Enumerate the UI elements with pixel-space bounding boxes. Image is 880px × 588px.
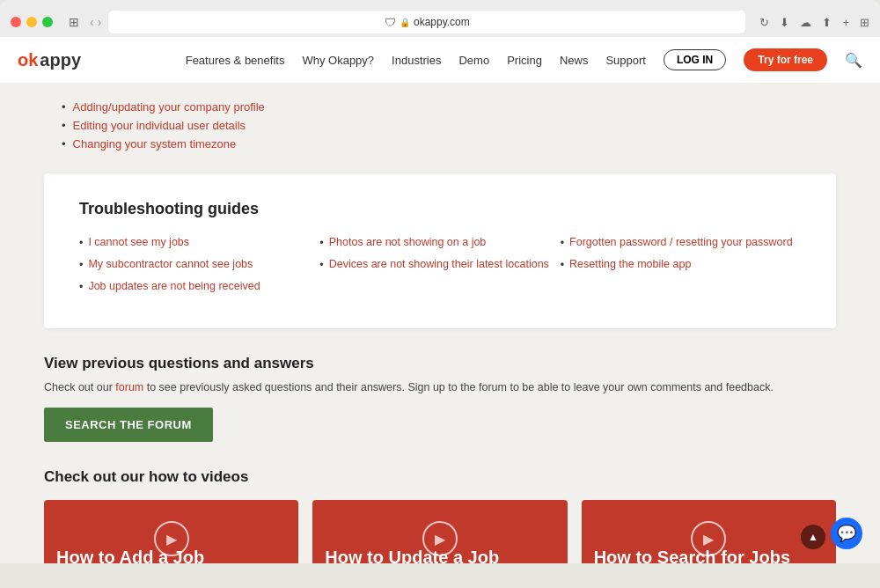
- traffic-lights: [11, 17, 53, 27]
- close-button[interactable]: [11, 17, 21, 27]
- trouble-col-3: Forgotten password / resetting your pass…: [561, 236, 801, 302]
- nav-news[interactable]: News: [560, 54, 589, 67]
- videos-title: Check out our how to videos: [44, 468, 836, 486]
- link-cannot-see-jobs[interactable]: I cannot see my jobs: [88, 236, 189, 248]
- link-timezone[interactable]: Changing your system timezone: [73, 137, 237, 151]
- try-button[interactable]: Try for free: [744, 48, 827, 71]
- video-card-title-3: How to Search for Jobs: [582, 538, 836, 563]
- videos-section: Check out our how to videos ▶ How to Add…: [44, 468, 836, 563]
- link-job-updates[interactable]: Job updates are not being received: [88, 280, 260, 292]
- logo-appy: appy: [40, 50, 81, 70]
- nav-industries[interactable]: Industries: [392, 54, 441, 67]
- link-subcontractor[interactable]: My subcontractor cannot see jobs: [88, 258, 253, 270]
- refresh-icon[interactable]: ↻: [759, 16, 769, 29]
- nav-why[interactable]: Why Okappy?: [302, 54, 374, 67]
- url-text: okappy.com: [414, 16, 470, 28]
- link-photos[interactable]: Photos are not showing on a job: [329, 236, 487, 248]
- troubleshooting-columns: I cannot see my jobs My subcontractor ca…: [79, 236, 801, 302]
- link-company-profile[interactable]: Adding/updating your company profile: [73, 100, 265, 114]
- minimize-button[interactable]: [26, 17, 37, 27]
- link-forgotten-password[interactable]: Forgotten password / resetting your pass…: [569, 236, 793, 248]
- lock-icon: 🔒: [400, 18, 410, 27]
- top-links-list: Adding/updating your company profile Edi…: [44, 100, 836, 165]
- cloud-icon[interactable]: ☁: [800, 16, 811, 29]
- link-user-details[interactable]: Editing your individual user details: [73, 119, 246, 132]
- video-grid: ▶ How to Add a Job ▶ How to Update a Job…: [44, 500, 836, 563]
- chat-bubble[interactable]: 💬: [831, 518, 862, 549]
- address-bar-icons: ↻ ⬇ ☁ ⬆ + ⊞: [759, 16, 869, 29]
- browser-controls: ⊞: [65, 13, 83, 31]
- trouble-col-2: Photos are not showing on a job Devices …: [319, 236, 560, 302]
- forum-description: Check out our forum to see previously as…: [44, 381, 836, 393]
- forum-section: View previous questions and answers Chec…: [44, 355, 836, 442]
- address-bar-row: 🛡 🔒 okappy.com ↻ ⬇ ☁ ⬆ + ⊞: [108, 11, 869, 33]
- forum-desc-pre: Check out our: [44, 381, 115, 393]
- troubleshooting-title: Troubleshooting guides: [79, 200, 801, 218]
- nav-support[interactable]: Support: [605, 54, 646, 67]
- list-item: Job updates are not being received: [79, 280, 319, 293]
- nav-demo[interactable]: Demo: [458, 54, 489, 67]
- list-item: Changing your system timezone: [62, 137, 836, 151]
- address-bar[interactable]: 🛡 🔒 okappy.com: [108, 11, 745, 33]
- trouble-list-2: Photos are not showing on a job Devices …: [319, 236, 560, 271]
- share-icon[interactable]: ⬆: [822, 16, 832, 29]
- forum-link[interactable]: forum: [115, 381, 143, 393]
- list-item: Adding/updating your company profile: [62, 100, 836, 114]
- maximize-button[interactable]: [42, 17, 53, 27]
- titlebar: ⊞ ‹ › 🛡 🔒 okappy.com ↻ ⬇ ☁ ⬆ + ⊞: [11, 7, 869, 37]
- list-item: My subcontractor cannot see jobs: [79, 258, 319, 271]
- logo-ok: ok: [18, 50, 38, 70]
- page-wrapper: okappy Features & benefits Why Okappy? I…: [0, 37, 880, 563]
- nav-pricing[interactable]: Pricing: [507, 54, 542, 67]
- nav-links: Features & benefits Why Okappy? Industri…: [186, 48, 862, 71]
- troubleshooting-card: Troubleshooting guides I cannot see my j…: [44, 173, 836, 328]
- list-item: Forgotten password / resetting your pass…: [561, 236, 801, 249]
- main-content: Adding/updating your company profile Edi…: [0, 83, 880, 563]
- search-forum-button[interactable]: SEARCH THE FORUM: [44, 408, 213, 442]
- nav-features[interactable]: Features & benefits: [186, 54, 285, 67]
- browser-nav: ‹ ›: [90, 15, 101, 29]
- trouble-list-3: Forgotten password / resetting your pass…: [561, 236, 801, 271]
- list-item: Editing your individual user details: [62, 119, 836, 132]
- video-card-title-2: How to Update a Job: [312, 538, 567, 563]
- video-card-add-job[interactable]: ▶ How to Add a Job: [44, 500, 298, 563]
- login-button[interactable]: LOG IN: [664, 49, 726, 70]
- forward-button[interactable]: ›: [98, 15, 102, 29]
- shield-icon: 🛡: [385, 16, 396, 29]
- video-card-title-1: How to Add a Job: [44, 538, 298, 563]
- grid-icon[interactable]: ⊞: [860, 16, 869, 29]
- plus-icon[interactable]: +: [842, 16, 849, 29]
- navbar: okappy Features & benefits Why Okappy? I…: [0, 37, 880, 83]
- forum-title: View previous questions and answers: [44, 355, 836, 372]
- link-devices[interactable]: Devices are not showing their latest loc…: [329, 258, 549, 270]
- forum-desc-post: to see previously asked questions and th…: [143, 381, 774, 393]
- browser-chrome: ⊞ ‹ › 🛡 🔒 okappy.com ↻ ⬇ ☁ ⬆ + ⊞: [0, 0, 880, 37]
- trouble-col-1: I cannot see my jobs My subcontractor ca…: [79, 236, 319, 302]
- sidebar-toggle[interactable]: ⊞: [65, 13, 83, 31]
- logo[interactable]: okappy: [18, 50, 81, 70]
- list-item: Resetting the mobile app: [561, 258, 801, 271]
- list-item: Photos are not showing on a job: [319, 236, 560, 249]
- download-icon[interactable]: ⬇: [780, 16, 789, 29]
- back-button[interactable]: ‹: [90, 15, 94, 29]
- list-item: I cannot see my jobs: [79, 236, 319, 249]
- nav-search-icon[interactable]: 🔍: [845, 52, 862, 69]
- link-reset-mobile[interactable]: Resetting the mobile app: [569, 258, 691, 270]
- trouble-list-1: I cannot see my jobs My subcontractor ca…: [79, 236, 319, 293]
- list-item: Devices are not showing their latest loc…: [319, 258, 560, 271]
- scroll-up-button[interactable]: ▲: [801, 525, 825, 549]
- video-card-search-jobs[interactable]: ▶ How to Search for Jobs: [582, 500, 836, 563]
- video-card-update-job[interactable]: ▶ How to Update a Job: [312, 500, 567, 563]
